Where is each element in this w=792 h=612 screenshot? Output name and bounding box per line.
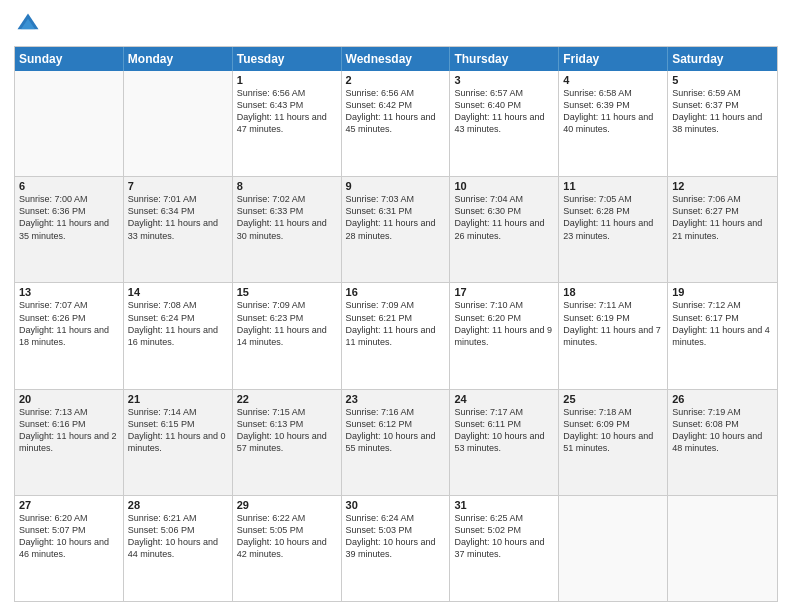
day-number: 23 bbox=[346, 393, 446, 405]
day-number: 11 bbox=[563, 180, 663, 192]
day-cell-30: 30Sunrise: 6:24 AM Sunset: 5:03 PM Dayli… bbox=[342, 496, 451, 601]
day-info: Sunrise: 7:18 AM Sunset: 6:09 PM Dayligh… bbox=[563, 406, 663, 455]
day-info: Sunrise: 7:16 AM Sunset: 6:12 PM Dayligh… bbox=[346, 406, 446, 455]
day-cell-9: 9Sunrise: 7:03 AM Sunset: 6:31 PM Daylig… bbox=[342, 177, 451, 282]
day-info: Sunrise: 6:24 AM Sunset: 5:03 PM Dayligh… bbox=[346, 512, 446, 561]
calendar-row-1: 6Sunrise: 7:00 AM Sunset: 6:36 PM Daylig… bbox=[15, 176, 777, 282]
day-info: Sunrise: 6:56 AM Sunset: 6:43 PM Dayligh… bbox=[237, 87, 337, 136]
day-info: Sunrise: 7:14 AM Sunset: 6:15 PM Dayligh… bbox=[128, 406, 228, 455]
day-info: Sunrise: 7:05 AM Sunset: 6:28 PM Dayligh… bbox=[563, 193, 663, 242]
day-cell-17: 17Sunrise: 7:10 AM Sunset: 6:20 PM Dayli… bbox=[450, 283, 559, 388]
day-info: Sunrise: 7:03 AM Sunset: 6:31 PM Dayligh… bbox=[346, 193, 446, 242]
day-number: 10 bbox=[454, 180, 554, 192]
day-cell-14: 14Sunrise: 7:08 AM Sunset: 6:24 PM Dayli… bbox=[124, 283, 233, 388]
day-info: Sunrise: 7:11 AM Sunset: 6:19 PM Dayligh… bbox=[563, 299, 663, 348]
day-info: Sunrise: 7:04 AM Sunset: 6:30 PM Dayligh… bbox=[454, 193, 554, 242]
day-info: Sunrise: 6:22 AM Sunset: 5:05 PM Dayligh… bbox=[237, 512, 337, 561]
calendar-body: 1Sunrise: 6:56 AM Sunset: 6:43 PM Daylig… bbox=[15, 71, 777, 601]
day-info: Sunrise: 6:25 AM Sunset: 5:02 PM Dayligh… bbox=[454, 512, 554, 561]
day-cell-21: 21Sunrise: 7:14 AM Sunset: 6:15 PM Dayli… bbox=[124, 390, 233, 495]
day-cell-18: 18Sunrise: 7:11 AM Sunset: 6:19 PM Dayli… bbox=[559, 283, 668, 388]
day-cell-4: 4Sunrise: 6:58 AM Sunset: 6:39 PM Daylig… bbox=[559, 71, 668, 176]
day-number: 15 bbox=[237, 286, 337, 298]
day-cell-5: 5Sunrise: 6:59 AM Sunset: 6:37 PM Daylig… bbox=[668, 71, 777, 176]
day-cell-13: 13Sunrise: 7:07 AM Sunset: 6:26 PM Dayli… bbox=[15, 283, 124, 388]
day-cell-23: 23Sunrise: 7:16 AM Sunset: 6:12 PM Dayli… bbox=[342, 390, 451, 495]
day-number: 12 bbox=[672, 180, 773, 192]
day-number: 2 bbox=[346, 74, 446, 86]
day-cell-20: 20Sunrise: 7:13 AM Sunset: 6:16 PM Dayli… bbox=[15, 390, 124, 495]
day-info: Sunrise: 6:57 AM Sunset: 6:40 PM Dayligh… bbox=[454, 87, 554, 136]
header-day-sunday: Sunday bbox=[15, 47, 124, 71]
day-number: 18 bbox=[563, 286, 663, 298]
header bbox=[14, 10, 778, 38]
day-info: Sunrise: 7:15 AM Sunset: 6:13 PM Dayligh… bbox=[237, 406, 337, 455]
day-number: 13 bbox=[19, 286, 119, 298]
day-info: Sunrise: 7:06 AM Sunset: 6:27 PM Dayligh… bbox=[672, 193, 773, 242]
header-day-monday: Monday bbox=[124, 47, 233, 71]
day-info: Sunrise: 7:00 AM Sunset: 6:36 PM Dayligh… bbox=[19, 193, 119, 242]
day-cell-16: 16Sunrise: 7:09 AM Sunset: 6:21 PM Dayli… bbox=[342, 283, 451, 388]
day-info: Sunrise: 7:09 AM Sunset: 6:21 PM Dayligh… bbox=[346, 299, 446, 348]
day-info: Sunrise: 7:13 AM Sunset: 6:16 PM Dayligh… bbox=[19, 406, 119, 455]
day-cell-22: 22Sunrise: 7:15 AM Sunset: 6:13 PM Dayli… bbox=[233, 390, 342, 495]
calendar-row-4: 27Sunrise: 6:20 AM Sunset: 5:07 PM Dayli… bbox=[15, 495, 777, 601]
day-number: 7 bbox=[128, 180, 228, 192]
day-number: 24 bbox=[454, 393, 554, 405]
day-number: 17 bbox=[454, 286, 554, 298]
day-number: 25 bbox=[563, 393, 663, 405]
calendar-row-0: 1Sunrise: 6:56 AM Sunset: 6:43 PM Daylig… bbox=[15, 71, 777, 176]
day-cell-1: 1Sunrise: 6:56 AM Sunset: 6:43 PM Daylig… bbox=[233, 71, 342, 176]
day-info: Sunrise: 6:56 AM Sunset: 6:42 PM Dayligh… bbox=[346, 87, 446, 136]
header-day-thursday: Thursday bbox=[450, 47, 559, 71]
day-info: Sunrise: 6:58 AM Sunset: 6:39 PM Dayligh… bbox=[563, 87, 663, 136]
day-cell-19: 19Sunrise: 7:12 AM Sunset: 6:17 PM Dayli… bbox=[668, 283, 777, 388]
day-number: 9 bbox=[346, 180, 446, 192]
day-cell-3: 3Sunrise: 6:57 AM Sunset: 6:40 PM Daylig… bbox=[450, 71, 559, 176]
day-cell-12: 12Sunrise: 7:06 AM Sunset: 6:27 PM Dayli… bbox=[668, 177, 777, 282]
day-number: 3 bbox=[454, 74, 554, 86]
header-day-friday: Friday bbox=[559, 47, 668, 71]
day-info: Sunrise: 6:59 AM Sunset: 6:37 PM Dayligh… bbox=[672, 87, 773, 136]
day-info: Sunrise: 7:01 AM Sunset: 6:34 PM Dayligh… bbox=[128, 193, 228, 242]
header-day-tuesday: Tuesday bbox=[233, 47, 342, 71]
day-number: 28 bbox=[128, 499, 228, 511]
empty-cell-0-0 bbox=[15, 71, 124, 176]
day-number: 26 bbox=[672, 393, 773, 405]
empty-cell-4-5 bbox=[559, 496, 668, 601]
day-info: Sunrise: 7:02 AM Sunset: 6:33 PM Dayligh… bbox=[237, 193, 337, 242]
day-cell-24: 24Sunrise: 7:17 AM Sunset: 6:11 PM Dayli… bbox=[450, 390, 559, 495]
day-number: 31 bbox=[454, 499, 554, 511]
day-cell-26: 26Sunrise: 7:19 AM Sunset: 6:08 PM Dayli… bbox=[668, 390, 777, 495]
day-info: Sunrise: 6:21 AM Sunset: 5:06 PM Dayligh… bbox=[128, 512, 228, 561]
header-day-wednesday: Wednesday bbox=[342, 47, 451, 71]
day-number: 1 bbox=[237, 74, 337, 86]
page: SundayMondayTuesdayWednesdayThursdayFrid… bbox=[0, 0, 792, 612]
day-number: 29 bbox=[237, 499, 337, 511]
day-cell-15: 15Sunrise: 7:09 AM Sunset: 6:23 PM Dayli… bbox=[233, 283, 342, 388]
day-info: Sunrise: 7:17 AM Sunset: 6:11 PM Dayligh… bbox=[454, 406, 554, 455]
day-number: 22 bbox=[237, 393, 337, 405]
day-cell-27: 27Sunrise: 6:20 AM Sunset: 5:07 PM Dayli… bbox=[15, 496, 124, 601]
calendar: SundayMondayTuesdayWednesdayThursdayFrid… bbox=[14, 46, 778, 602]
day-info: Sunrise: 7:12 AM Sunset: 6:17 PM Dayligh… bbox=[672, 299, 773, 348]
day-number: 14 bbox=[128, 286, 228, 298]
day-number: 19 bbox=[672, 286, 773, 298]
day-info: Sunrise: 7:08 AM Sunset: 6:24 PM Dayligh… bbox=[128, 299, 228, 348]
calendar-header-row: SundayMondayTuesdayWednesdayThursdayFrid… bbox=[15, 47, 777, 71]
day-cell-6: 6Sunrise: 7:00 AM Sunset: 6:36 PM Daylig… bbox=[15, 177, 124, 282]
day-info: Sunrise: 7:10 AM Sunset: 6:20 PM Dayligh… bbox=[454, 299, 554, 348]
day-cell-29: 29Sunrise: 6:22 AM Sunset: 5:05 PM Dayli… bbox=[233, 496, 342, 601]
day-number: 5 bbox=[672, 74, 773, 86]
calendar-row-3: 20Sunrise: 7:13 AM Sunset: 6:16 PM Dayli… bbox=[15, 389, 777, 495]
calendar-row-2: 13Sunrise: 7:07 AM Sunset: 6:26 PM Dayli… bbox=[15, 282, 777, 388]
day-info: Sunrise: 6:20 AM Sunset: 5:07 PM Dayligh… bbox=[19, 512, 119, 561]
day-cell-25: 25Sunrise: 7:18 AM Sunset: 6:09 PM Dayli… bbox=[559, 390, 668, 495]
day-info: Sunrise: 7:09 AM Sunset: 6:23 PM Dayligh… bbox=[237, 299, 337, 348]
day-cell-10: 10Sunrise: 7:04 AM Sunset: 6:30 PM Dayli… bbox=[450, 177, 559, 282]
day-cell-2: 2Sunrise: 6:56 AM Sunset: 6:42 PM Daylig… bbox=[342, 71, 451, 176]
day-number: 21 bbox=[128, 393, 228, 405]
day-cell-8: 8Sunrise: 7:02 AM Sunset: 6:33 PM Daylig… bbox=[233, 177, 342, 282]
empty-cell-0-1 bbox=[124, 71, 233, 176]
day-number: 20 bbox=[19, 393, 119, 405]
